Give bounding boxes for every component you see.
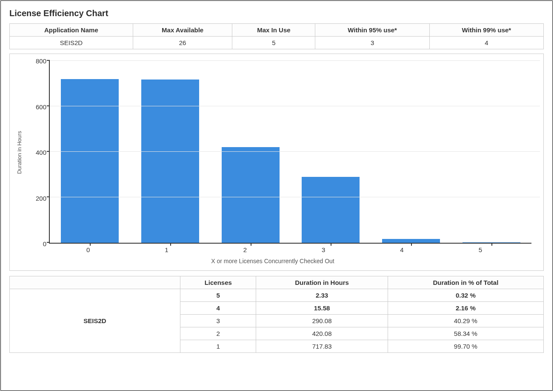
chart-gridline — [50, 197, 540, 197]
chart-bars-container — [50, 61, 531, 243]
detail-header-row: Licenses Duration in Hours Duration in %… — [10, 276, 544, 289]
y-tick-mark — [47, 105, 50, 106]
x-tick-mark — [90, 243, 91, 246]
cell-max-available: 26 — [133, 37, 232, 49]
y-tick-label: 600 — [36, 103, 46, 110]
bar-slot — [130, 61, 211, 243]
chart-panel: Duration in Hours 0200400600800 012345 X… — [9, 54, 544, 271]
detail-cell-pct: 58.34 % — [388, 327, 543, 340]
detail-cell-pct: 2.16 % — [388, 302, 543, 315]
chart-bar — [382, 239, 440, 243]
bar-slot — [210, 61, 291, 243]
y-tick-mark — [47, 60, 50, 61]
detail-table: Licenses Duration in Hours Duration in %… — [9, 276, 544, 353]
col-app-name: Application Name — [10, 24, 133, 37]
table-row: SEIS2D52.330.32 % — [10, 289, 544, 302]
page-title: License Efficiency Chart — [9, 9, 544, 18]
detail-cell-licenses: 5 — [180, 289, 256, 302]
detail-cell-licenses: 2 — [180, 327, 256, 340]
x-tick-label: 4 — [363, 244, 441, 253]
detail-cell-pct: 99.70 % — [388, 340, 543, 353]
y-tick-mark — [47, 196, 50, 197]
bar-slot — [291, 61, 371, 243]
detail-cell-licenses: 3 — [180, 315, 256, 327]
col-max-in-use: Max In Use — [232, 24, 315, 37]
y-axis-label-wrap: Duration in Hours — [14, 61, 25, 244]
detail-table-body: SEIS2D52.330.32 %415.582.16 %3290.0840.2… — [10, 289, 544, 353]
col-pct: Duration in % of Total — [388, 276, 543, 289]
report-frame: License Efficiency Chart Application Nam… — [0, 0, 553, 391]
col-duration: Duration in Hours — [256, 276, 388, 289]
detail-cell-duration: 420.08 — [256, 327, 388, 340]
detail-cell-pct: 0.32 % — [388, 289, 543, 302]
x-tick-label: 0 — [49, 244, 127, 253]
bar-slot — [371, 61, 451, 243]
detail-cell-pct: 40.29 % — [388, 315, 543, 327]
col-licenses: Licenses — [180, 276, 256, 289]
cell-pct95: 3 — [315, 37, 429, 49]
y-tick-label: 800 — [36, 57, 46, 65]
y-axis-ticks: 0200400600800 — [25, 61, 49, 244]
x-tick-label: 1 — [127, 244, 206, 253]
y-axis-label: Duration in Hours — [17, 131, 23, 173]
chart-plot-area — [49, 61, 531, 244]
y-tick-mark — [47, 242, 50, 243]
col-max-available: Max Available — [133, 24, 232, 37]
y-tick-mark — [47, 151, 50, 152]
x-tick-mark — [411, 243, 412, 246]
x-axis-label: X or more Licenses Concurrently Checked … — [14, 258, 531, 264]
bar-slot — [50, 61, 130, 243]
detail-cell-licenses: 4 — [180, 302, 256, 315]
cell-pct99: 4 — [429, 37, 543, 49]
detail-cell-duration: 290.08 — [256, 315, 388, 327]
x-tick-mark — [251, 243, 251, 246]
chart-stage: Duration in Hours 0200400600800 — [14, 61, 531, 244]
summary-table: Application Name Max Available Max In Us… — [9, 23, 544, 49]
detail-app-header — [10, 276, 180, 289]
detail-cell-duration: 717.83 — [256, 340, 388, 353]
chart-gridline — [50, 60, 540, 61]
cell-max-in-use: 5 — [232, 37, 315, 49]
x-tick-mark — [170, 243, 171, 246]
chart-bar — [61, 79, 119, 243]
detail-cell-licenses: 1 — [180, 340, 256, 353]
chart-bar — [141, 80, 199, 243]
x-tick-label: 5 — [441, 244, 520, 253]
x-tick-mark — [491, 243, 492, 246]
chart-gridline — [50, 106, 540, 106]
x-tick-label: 3 — [284, 244, 363, 253]
bar-slot — [451, 61, 531, 243]
x-tick-label: 2 — [206, 244, 284, 253]
col-pct99: Within 99% use* — [429, 24, 543, 37]
detail-cell-duration: 2.33 — [256, 289, 388, 302]
detail-app-name: SEIS2D — [10, 289, 180, 353]
summary-header-row: Application Name Max Available Max In Us… — [10, 24, 544, 37]
chart-bar — [302, 177, 360, 243]
x-tick-mark — [331, 243, 331, 246]
summary-data-row: SEIS2D 26 5 3 4 — [10, 37, 544, 49]
chart-bar — [222, 147, 280, 243]
x-axis-ticks: 012345 — [49, 244, 531, 253]
col-pct95: Within 95% use* — [315, 24, 429, 37]
y-tick-label: 200 — [36, 194, 46, 202]
cell-app-name: SEIS2D — [10, 37, 133, 49]
y-tick-label: 0 — [43, 240, 46, 247]
y-tick-label: 400 — [36, 149, 46, 156]
detail-cell-duration: 15.58 — [256, 302, 388, 315]
chart-gridline — [50, 151, 540, 152]
